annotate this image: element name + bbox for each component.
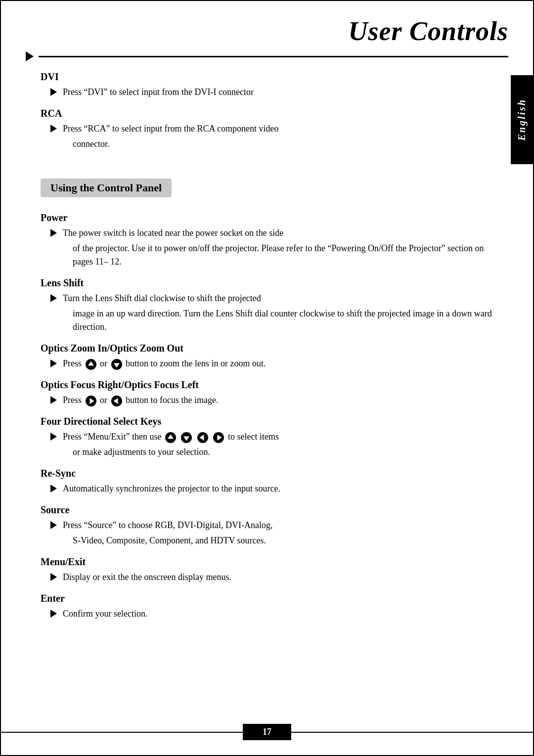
down-arrow-icon	[111, 359, 122, 370]
lens-shift-heading: Lens Shift	[41, 277, 493, 289]
source-bullet: Press “Source” to choose RGB, DVI-Digita…	[41, 519, 493, 532]
resync-text: Automatically synchronizes the projector…	[63, 482, 493, 495]
left-arrow-icon	[197, 432, 208, 443]
bullet-icon	[50, 229, 57, 237]
top-rule-line	[39, 56, 508, 57]
dvi-bullet: Press “DVI” to select input from the DVI…	[41, 86, 493, 99]
bullet-icon	[50, 359, 57, 367]
source-continuation: S-Video, Composite, Component, and HDTV …	[41, 534, 493, 547]
menu-exit-text: Display or exit the the onscreen display…	[63, 571, 493, 584]
four-directional-prefix: Press “Menu/Exit” then use	[63, 432, 164, 442]
bullet-icon	[50, 521, 57, 529]
rca-heading: RCA	[41, 108, 493, 119]
bullet-icon	[50, 433, 57, 441]
enter-bullet: Confirm your selection.	[41, 607, 493, 621]
rca-text: Press “RCA” to select input from the RCA…	[63, 122, 493, 135]
power-heading: Power	[41, 212, 493, 223]
optics-zoom-bullet: Press or button to zoom the lens in or z…	[41, 357, 493, 370]
dvi-text: Press “DVI” to select input from the DVI…	[63, 86, 493, 99]
bullet-icon	[50, 125, 57, 133]
optics-zoom-heading: Optics Zoom In/Optics Zoom Out	[41, 343, 493, 354]
rca-bullet: Press “RCA” to select input from the RCA…	[41, 122, 493, 135]
lens-shift-text: Turn the Lens Shift dial clockwise to sh…	[63, 292, 493, 305]
lens-shift-bullet: Turn the Lens Shift dial clockwise to sh…	[41, 292, 493, 305]
page-title: User Controls	[1, 1, 533, 51]
optics-zoom-middle: or	[100, 358, 110, 368]
power-continuation: of the projector. Use it to power on/off…	[41, 242, 493, 268]
side-tab-label: English	[516, 98, 528, 140]
using-control-panel-heading: Using the Control Panel	[41, 178, 172, 197]
optics-focus-middle: or	[100, 395, 110, 405]
top-triangle-icon	[26, 51, 34, 61]
up-arrow-icon	[165, 432, 176, 443]
down-arrow-icon	[181, 432, 192, 443]
source-text: Press “Source” to choose RGB, DVI-Digita…	[63, 519, 493, 532]
four-directional-suffix: to select items	[228, 432, 279, 442]
content-area: DVI Press “DVI” to select input from the…	[1, 71, 533, 621]
bullet-icon	[50, 396, 57, 404]
optics-focus-text: Press or button to focus the image.	[63, 394, 493, 407]
resync-bullet: Automatically synchronizes the projector…	[41, 482, 493, 495]
resync-heading: Re-Sync	[41, 468, 493, 479]
bullet-icon	[50, 294, 57, 302]
footer-line-left	[1, 732, 243, 733]
four-directional-heading: Four Directional Select Keys	[41, 416, 493, 427]
top-rule-area	[1, 51, 533, 61]
enter-text: Confirm your selection.	[63, 607, 493, 621]
menu-exit-heading: Menu/Exit	[41, 556, 493, 568]
page-footer: 17	[1, 724, 533, 740]
four-directional-bullet: Press “Menu/Exit” then use to select ite…	[41, 430, 493, 444]
dvi-heading: DVI	[41, 71, 493, 83]
side-tab: English	[511, 75, 533, 164]
power-text: The power switch is located near the pow…	[63, 226, 493, 240]
bullet-icon	[50, 88, 57, 96]
optics-zoom-text: Press or button to zoom the lens in or z…	[63, 357, 493, 370]
page-container: User Controls English DVI Press “DVI” to…	[0, 0, 534, 756]
left-arrow-icon	[111, 396, 122, 406]
optics-zoom-suffix: button to zoom the lens in or zoom out.	[126, 358, 266, 368]
optics-focus-suffix: button to focus the image.	[126, 395, 218, 405]
lens-shift-continuation: image in an up ward direction. Turn the …	[41, 307, 493, 334]
optics-zoom-prefix: Press	[63, 358, 84, 368]
right-arrow-icon	[213, 432, 224, 443]
page-number: 17	[243, 724, 291, 740]
four-directional-text: Press “Menu/Exit” then use to select ite…	[63, 430, 493, 444]
optics-focus-heading: Optics Focus Right/Optics Focus Left	[41, 379, 493, 391]
up-arrow-icon	[86, 359, 96, 370]
menu-exit-bullet: Display or exit the the onscreen display…	[41, 571, 493, 584]
right-arrow-icon	[86, 396, 96, 406]
rca-continuation: connector.	[41, 137, 493, 151]
footer-line-right	[291, 732, 533, 733]
bullet-icon	[50, 573, 57, 581]
optics-focus-bullet: Press or button to focus the image.	[41, 394, 493, 407]
bullet-icon	[50, 485, 57, 492]
source-heading: Source	[41, 504, 493, 516]
enter-heading: Enter	[41, 593, 493, 604]
four-directional-continuation: or make adjustments to your selection.	[41, 445, 493, 459]
power-bullet: The power switch is located near the pow…	[41, 226, 493, 240]
optics-focus-prefix: Press	[63, 395, 84, 405]
bullet-icon	[50, 610, 57, 618]
